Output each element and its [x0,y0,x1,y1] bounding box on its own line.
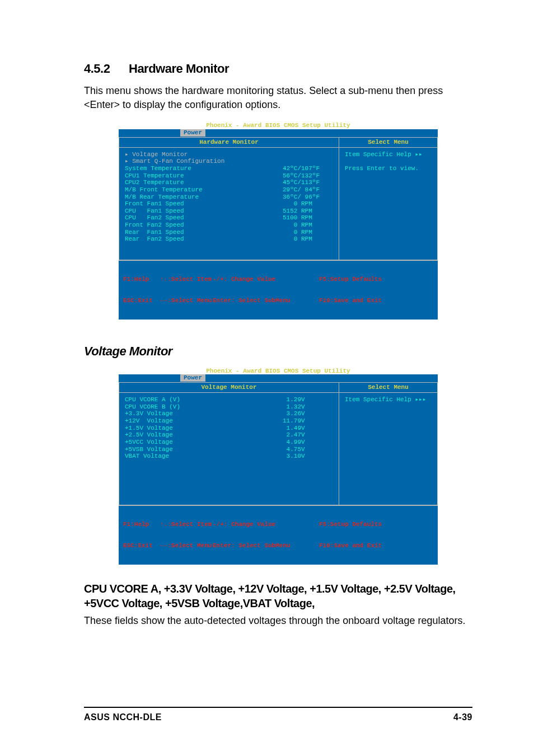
fields-body: These fields show the auto-detected volt… [84,614,472,628]
bios-right-header: Select Menu [339,138,437,148]
hw-row: Front Fan1 Speed 0 RPM [125,200,333,208]
footer-right: 4-39 [453,712,472,722]
hw-row: Rear Fan1 Speed 0 RPM [125,229,333,236]
bios-voltage-monitor: Phoenix - Award BIOS CMOS Setup Utility … [119,367,438,565]
triangle-icon: ▸ [125,158,132,165]
help-header: Item Specific Help [345,396,432,403]
voltage-monitor-heading: Voltage Monitor [84,344,472,359]
bios-left-header: Voltage Monitor [119,383,339,393]
triangle-icon: ▸ [125,151,132,158]
section-title: Hardware Monitor [129,62,229,76]
menu-label: Smart Q-Fan Configuration [132,158,224,165]
bios-hardware-monitor: Phoenix - Award BIOS CMOS Setup Utility … [119,121,438,319]
hw-row: M/B Front Temperature29ºC/ 84ºF [125,186,333,194]
volt-row: +3.3V Voltage 3.26V [125,410,333,417]
section-intro: This menu shows the hardware monitoring … [84,84,472,112]
volt-row: +5VCC Voltage 4.99V [125,439,333,446]
bios-title: Phoenix - Award BIOS CMOS Setup Utility [119,121,438,129]
volt-row: CPU VCORE B (V) 1.32V [125,403,333,411]
section-heading: 4.5.2Hardware Monitor [84,62,472,76]
bios-title: Phoenix - Award BIOS CMOS Setup Utility [119,367,438,375]
help-header: Item Specific Help [345,151,432,158]
hw-row: Rear Fan2 Speed 0 RPM [125,236,333,243]
footer-left: ASUS NCCH-DLE [84,712,162,722]
section-number: 4.5.2 [84,62,129,76]
help-text: Press Enter to view. [345,165,432,172]
volt-row: +12V Voltage11.79V [125,417,333,425]
hw-row: CPU Fan2 Speed5100 RPM [125,214,333,222]
volt-row: +2.5V Voltage 2.47V [125,431,333,439]
page-footer: ASUS NCCH-DLE 4-39 [84,707,472,722]
bios-tab-power[interactable]: Power [180,374,205,382]
menu-label: Voltage Monitor [132,151,188,158]
fields-heading: CPU VCORE A, +3.3V Voltage, +12V Voltage… [84,581,472,611]
bios-submenu-qfan[interactable]: ▸ Smart Q-Fan Configuration [125,158,333,165]
volt-row: VBAT Voltage 3.10V [125,453,333,460]
hw-row: System Temperature42ºC/107ºF [125,165,333,172]
volt-row: CPU VCORE A (V) 1.29V [125,396,333,403]
bios-left-header: Hardware Monitor [119,138,339,148]
bios-submenu-voltage[interactable]: ▸ Voltage Monitor [125,151,333,158]
hw-row: M/B Rear Temperature36ºC/ 96ºF [125,194,333,201]
bios-footer: F1:Help ↑↓:Select Item-/+: Change ValueF… [119,260,438,320]
hw-row: CPU2 Temperature45ºC/113ºF [125,179,333,186]
hw-row: Front Fan2 Speed 0 RPM [125,222,333,229]
bios-tabs: Power [119,374,438,382]
bios-footer: F1:Help ↑↓:Select Item-/+: Change ValueF… [119,505,438,565]
volt-row: +1.5V Voltage 1.49V [125,425,333,432]
hw-row: CPU1 Temperature56ºC/132ºF [125,172,333,180]
hw-row: CPU Fan1 Speed5152 RPM [125,208,333,215]
volt-row: +5VSB Voltage 4.75V [125,446,333,453]
bios-right-header: Select Menu [339,383,437,393]
bios-tabs: Power [119,129,438,137]
bios-tab-power[interactable]: Power [180,129,205,137]
